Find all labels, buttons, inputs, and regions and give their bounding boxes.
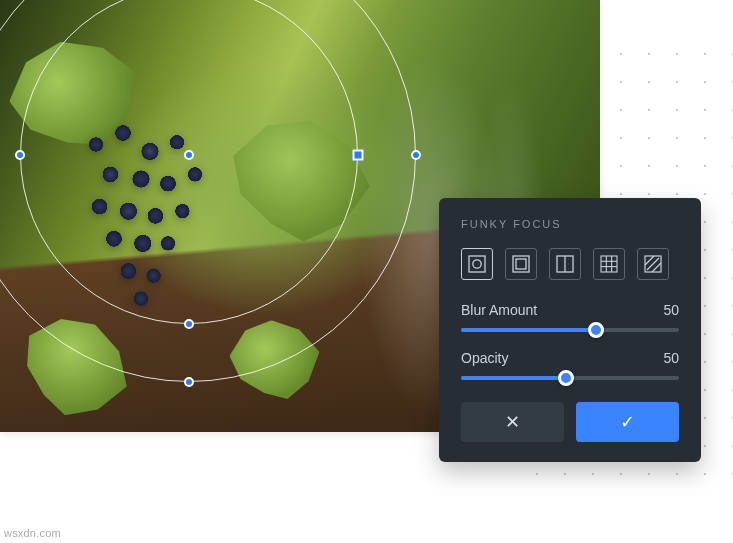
- focus-handle-inner-e[interactable]: [353, 150, 364, 161]
- focus-handle-inner-s[interactable]: [184, 319, 194, 329]
- svg-rect-0: [469, 256, 485, 272]
- close-icon: ✕: [505, 411, 520, 433]
- cancel-button[interactable]: ✕: [461, 402, 564, 442]
- grid-icon: [600, 255, 618, 273]
- focus-handle-inner-w[interactable]: [15, 150, 25, 160]
- blur-amount-label: Blur Amount: [461, 302, 537, 318]
- blur-amount-slider[interactable]: [461, 328, 679, 332]
- focus-mode-mirror[interactable]: [549, 248, 581, 280]
- opacity-slider[interactable]: [461, 376, 679, 380]
- check-icon: ✓: [620, 411, 635, 433]
- focus-handle-outer-s[interactable]: [184, 377, 194, 387]
- radial-icon: [468, 255, 486, 273]
- funky-focus-panel: FUNKY FOCUS B: [439, 198, 701, 462]
- opacity-knob[interactable]: [558, 370, 574, 386]
- opacity-label: Opacity: [461, 350, 508, 366]
- photo-grapes: [60, 110, 240, 340]
- mirror-icon: [556, 255, 574, 273]
- opacity-group: Opacity 50: [461, 350, 679, 380]
- watermark: wsxdn.com: [4, 527, 61, 539]
- focus-mode-grid[interactable]: [593, 248, 625, 280]
- slider-fill: [461, 376, 566, 380]
- focus-mode-linear[interactable]: [505, 248, 537, 280]
- svg-line-12: [647, 258, 659, 270]
- apply-button[interactable]: ✓: [576, 402, 679, 442]
- pattern-icon: [644, 255, 662, 273]
- linear-icon: [512, 255, 530, 273]
- panel-actions: ✕ ✓: [461, 402, 679, 442]
- svg-rect-6: [601, 256, 617, 272]
- focus-mode-row: [461, 248, 679, 280]
- focus-mode-pattern[interactable]: [637, 248, 669, 280]
- focus-handle-center[interactable]: [184, 150, 194, 160]
- opacity-value: 50: [663, 350, 679, 366]
- blur-amount-value: 50: [663, 302, 679, 318]
- panel-title: FUNKY FOCUS: [461, 218, 679, 230]
- svg-point-1: [473, 260, 481, 268]
- blur-amount-group: Blur Amount 50: [461, 302, 679, 332]
- focus-handle-outer-e[interactable]: [411, 150, 421, 160]
- svg-rect-3: [516, 259, 526, 269]
- slider-fill: [461, 328, 596, 332]
- focus-mode-radial[interactable]: [461, 248, 493, 280]
- blur-amount-knob[interactable]: [588, 322, 604, 338]
